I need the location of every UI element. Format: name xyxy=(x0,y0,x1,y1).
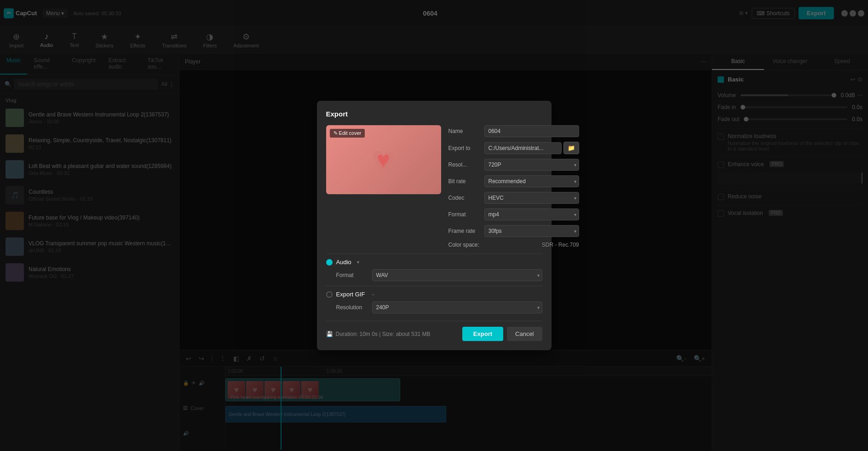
export-path-input[interactable] xyxy=(484,142,562,154)
name-input[interactable] xyxy=(484,125,579,137)
frame-rate-row: Frame rate 24fps25fps30fps50fps60fps ▾ xyxy=(448,225,579,237)
color-space-row: Color space: SDR - Rec.709 xyxy=(448,242,579,248)
format-row: Format mp4mov ▾ xyxy=(448,208,579,220)
edit-cover-button[interactable]: ✎ Edit cover xyxy=(330,129,365,138)
gif-resolution-select[interactable]: 240P360P480P xyxy=(372,301,542,313)
footer-actions: Export Cancel xyxy=(462,327,542,341)
bit-rate-select-wrap: RecommendedLowMediumHigh ▾ xyxy=(484,175,579,187)
export-overlay: Export ♥ ♥ ✎ Edit cover Name Export to xyxy=(0,0,868,451)
export-to-row: Export to 📁 xyxy=(448,142,579,154)
frame-rate-select-wrap: 24fps25fps30fps50fps60fps ▾ xyxy=(484,225,579,237)
audio-section-arrow[interactable]: ▾ xyxy=(357,260,359,265)
duration-size-info: Duration: 10m 0s | Size: about 531 MB xyxy=(336,331,431,337)
gif-toggle[interactable] xyxy=(326,291,333,298)
resolution-select[interactable]: 360P480P720P1080P2K4K xyxy=(484,159,579,171)
format-select-wrap: mp4mov ▾ xyxy=(484,208,579,220)
gif-resolution-row: Resolution 240P360P480P ▾ xyxy=(336,301,542,313)
audio-toggle-row: Audio ▾ xyxy=(326,259,542,266)
dialog-body: ♥ ♥ ✎ Edit cover Name Export to xyxy=(326,125,542,248)
resolution-row: Resol... 360P480P720P1080P2K4K ▾ xyxy=(448,159,579,171)
gif-resolution-select-wrap: 240P360P480P ▾ xyxy=(372,301,542,313)
resolution-select-wrap: 360P480P720P1080P2K4K ▾ xyxy=(484,159,579,171)
dialog-title: Export xyxy=(326,110,542,118)
export-button[interactable]: Export xyxy=(462,327,503,341)
bit-rate-row: Bit rate RecommendedLowMediumHigh ▾ xyxy=(448,175,579,187)
gif-toggle-row: Export GIF → xyxy=(326,291,542,298)
frame-rate-select[interactable]: 24fps25fps30fps50fps60fps xyxy=(484,225,579,237)
audio-format-select[interactable]: WAVMP3AAC xyxy=(372,269,542,281)
codec-row: Codec H.264HEVC ▾ xyxy=(448,192,579,204)
info-icon: 💾 xyxy=(326,331,333,337)
cover-preview[interactable]: ♥ ♥ ✎ Edit cover xyxy=(326,125,441,194)
cover-heart-fg-icon: ♥ xyxy=(377,146,391,173)
export-dialog: Export ♥ ♥ ✎ Edit cover Name Export to xyxy=(317,101,552,350)
bit-rate-select[interactable]: RecommendedLowMediumHigh xyxy=(484,175,579,187)
codec-select-wrap: H.264HEVC ▾ xyxy=(484,192,579,204)
folder-browse-button[interactable]: 📁 xyxy=(563,142,579,154)
export-form: Name Export to 📁 Resol... 360P480P720P10… xyxy=(448,125,579,248)
name-row: Name xyxy=(448,125,579,137)
codec-select[interactable]: H.264HEVC xyxy=(484,192,579,204)
audio-format-row: Format WAVMP3AAC ▾ xyxy=(336,269,542,281)
dialog-footer: 💾 Duration: 10m 0s | Size: about 531 MB … xyxy=(326,321,542,341)
gif-section-arrow[interactable]: → xyxy=(370,292,375,297)
export-info: 💾 Duration: 10m 0s | Size: about 531 MB xyxy=(326,331,431,337)
audio-section: Audio ▾ Format WAVMP3AAC ▾ xyxy=(326,254,542,281)
audio-toggle[interactable] xyxy=(326,259,333,266)
audio-format-select-wrap: WAVMP3AAC ▾ xyxy=(372,269,542,281)
format-select[interactable]: mp4mov xyxy=(484,208,579,220)
cancel-button[interactable]: Cancel xyxy=(507,327,542,341)
export-gif-section: Export GIF → Resolution 240P360P480P ▾ xyxy=(326,286,542,313)
